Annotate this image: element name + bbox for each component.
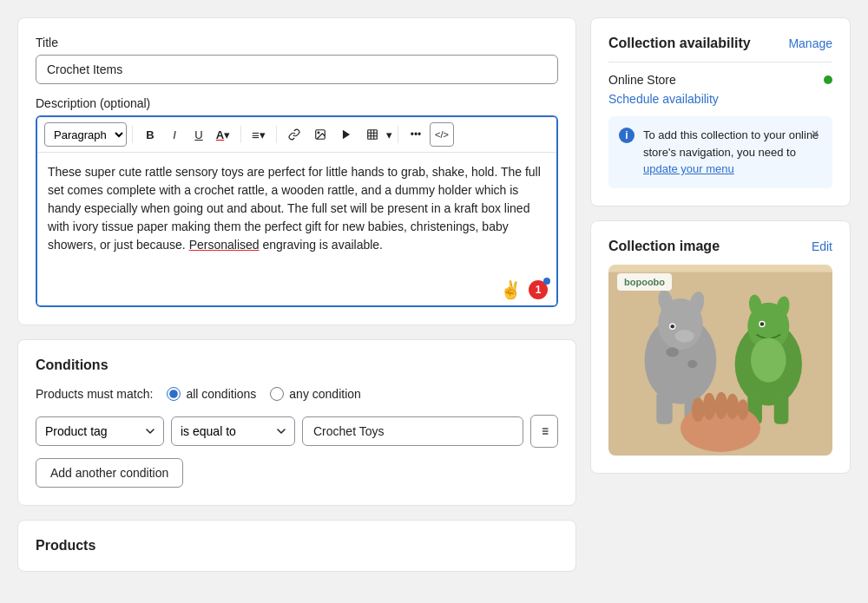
more-button[interactable]: ••• — [404, 122, 428, 147]
info-icon: i — [619, 128, 635, 143]
title-input[interactable] — [36, 55, 558, 84]
any-condition-option[interactable]: any condition — [270, 387, 361, 401]
emoji-icon[interactable]: ✌️ — [500, 279, 522, 300]
condition-row: Product tag Product title Product type P… — [36, 415, 558, 448]
update-menu-link[interactable]: update your menu — [643, 162, 734, 175]
notification-badge[interactable]: 1 — [529, 280, 548, 299]
svg-point-42 — [726, 393, 739, 418]
conditions-title: Conditions — [36, 357, 558, 373]
any-condition-label: any condition — [289, 387, 361, 401]
online-store-label: Online Store — [608, 73, 676, 87]
svg-rect-3 — [368, 130, 378, 140]
highlighted-word: Personalised — [189, 238, 260, 252]
svg-rect-36 — [774, 393, 789, 423]
availability-header: Collection availability Manage — [608, 36, 832, 51]
condition-value-input[interactable] — [302, 416, 523, 446]
svg-rect-26 — [656, 391, 672, 423]
editor-footer: ✌️ 1 — [37, 274, 556, 305]
svg-marker-2 — [343, 130, 350, 140]
svg-point-1 — [318, 132, 319, 134]
match-label: Products must match: — [36, 387, 153, 401]
link-button[interactable] — [282, 122, 306, 147]
any-condition-radio[interactable] — [270, 387, 284, 401]
operator-select[interactable]: is equal to is not equal to starts with … — [171, 416, 295, 446]
svg-point-22 — [670, 324, 674, 328]
conditions-card: Conditions Products must match: all cond… — [17, 339, 576, 506]
table-button[interactable] — [360, 122, 385, 147]
match-row: Products must match: all conditions any … — [36, 387, 558, 401]
paragraph-select[interactable]: Paragraph — [44, 122, 127, 147]
collection-image-wrapper: bopoobo — [608, 265, 832, 456]
toolbar-divider-3 — [276, 126, 277, 143]
code-button[interactable]: </> — [430, 122, 454, 147]
info-banner: i To add this collection to your online … — [608, 116, 832, 188]
video-button[interactable] — [334, 122, 358, 147]
editor-toolbar: Paragraph B I U A▾ ≡▾ — [37, 117, 556, 153]
radio-group: all conditions any condition — [167, 387, 360, 401]
info-text: To add this collection to your online st… — [643, 127, 822, 178]
availability-card: Collection availability Manage Online St… — [590, 17, 851, 206]
edit-link[interactable]: Edit — [812, 239, 832, 253]
toolbar-divider-4 — [398, 126, 398, 143]
collection-image-card: Collection image Edit bopoobo — [590, 220, 851, 474]
all-conditions-radio[interactable] — [167, 387, 181, 401]
editor-content[interactable]: These super cute rattle sensory toys are… — [37, 153, 556, 274]
title-label: Title — [36, 36, 558, 49]
svg-point-33 — [760, 322, 765, 326]
products-card: Products — [17, 520, 576, 572]
font-color-button[interactable]: A▾ — [211, 122, 235, 147]
collection-image-title: Collection image — [608, 239, 720, 254]
info-close-button[interactable] — [805, 123, 825, 144]
italic-button[interactable]: I — [162, 122, 187, 147]
toolbar-divider-2 — [240, 126, 241, 143]
add-condition-button[interactable]: Add another condition — [36, 458, 183, 488]
image-button[interactable] — [308, 122, 332, 147]
store-row: Online Store — [608, 73, 832, 87]
table-dropdown-arrow: ▾ — [386, 128, 392, 141]
underline-button[interactable]: U — [187, 122, 211, 147]
availability-title: Collection availability — [608, 36, 751, 51]
description-label: Description (optional) — [36, 96, 558, 110]
svg-point-43 — [737, 399, 748, 420]
schedule-link[interactable]: Schedule availability — [608, 92, 832, 106]
bold-button[interactable]: B — [138, 122, 162, 147]
toolbar-divider-1 — [132, 126, 133, 143]
condition-action-button[interactable] — [530, 415, 558, 448]
svg-point-41 — [715, 391, 728, 418]
svg-point-39 — [692, 397, 705, 422]
manage-link[interactable]: Manage — [788, 36, 832, 50]
online-status-dot — [824, 75, 832, 84]
all-conditions-label: all conditions — [186, 387, 256, 401]
svg-point-24 — [666, 347, 679, 357]
all-conditions-option[interactable]: all conditions — [167, 387, 256, 401]
svg-point-25 — [687, 360, 697, 368]
toy-image: bopoobo — [608, 265, 832, 456]
svg-point-40 — [703, 392, 716, 419]
brand-logo: bopoobo — [617, 273, 672, 291]
collection-image-header: Collection image Edit — [608, 239, 832, 254]
editor-text-content: These super cute rattle sensory toys are… — [48, 165, 541, 252]
svg-point-23 — [674, 329, 694, 342]
product-tag-select[interactable]: Product tag Product title Product type P… — [36, 416, 164, 446]
svg-point-34 — [751, 338, 786, 383]
products-title: Products — [36, 538, 558, 554]
availability-divider — [608, 62, 832, 62]
align-button[interactable]: ≡▾ — [247, 122, 271, 147]
